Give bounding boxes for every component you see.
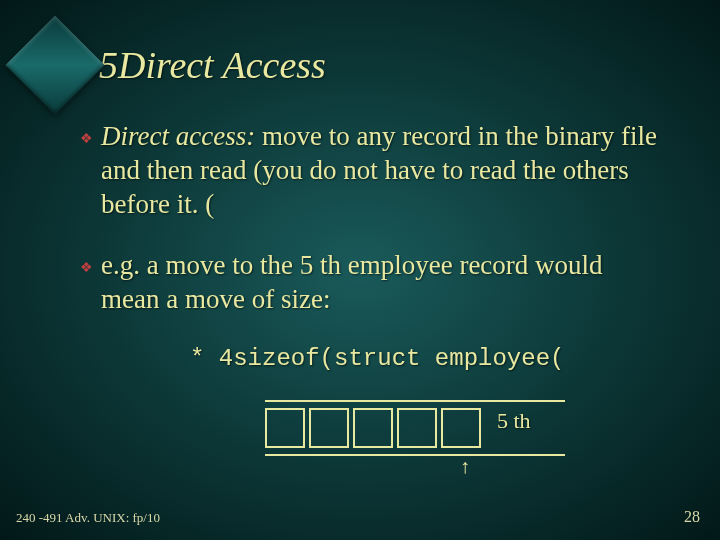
record-box [353,408,393,448]
bullet-text: e.g. a move to the 5 th employee record … [101,249,660,317]
up-arrow-icon: ↑ [460,456,470,476]
bullet-item: ❖ e.g. a move to the 5 th employee recor… [80,249,660,317]
diagram-bottom-line [265,454,565,456]
code-line: * 4sizeof(struct employee( [190,345,660,372]
record-box [441,408,481,448]
slide-title: . 5Direct Access [80,43,326,87]
record-diagram: 5 th ↑ [265,400,565,456]
diagram-top-line [265,400,565,402]
diamond-icon [6,16,105,115]
bullet-emph: Direct access: [101,121,255,151]
title-area: . 5Direct Access [20,30,326,100]
bullet-icon: ❖ [80,130,93,147]
bullet-icon: ❖ [80,259,93,276]
bullet-item: ❖ Direct access: move to any record in t… [80,120,660,221]
slide-number: 28 [684,508,700,526]
content-area: ❖ Direct access: move to any record in t… [80,120,660,372]
record-box [397,408,437,448]
fifth-label: 5 th [497,408,531,434]
record-box [309,408,349,448]
record-box [265,408,305,448]
footer-left: 240 -491 Adv. UNIX: fp/10 [16,510,160,526]
bullet-text: Direct access: move to any record in the… [101,120,660,221]
bullet-rest: e.g. a move to the 5 th employee record … [101,250,603,314]
